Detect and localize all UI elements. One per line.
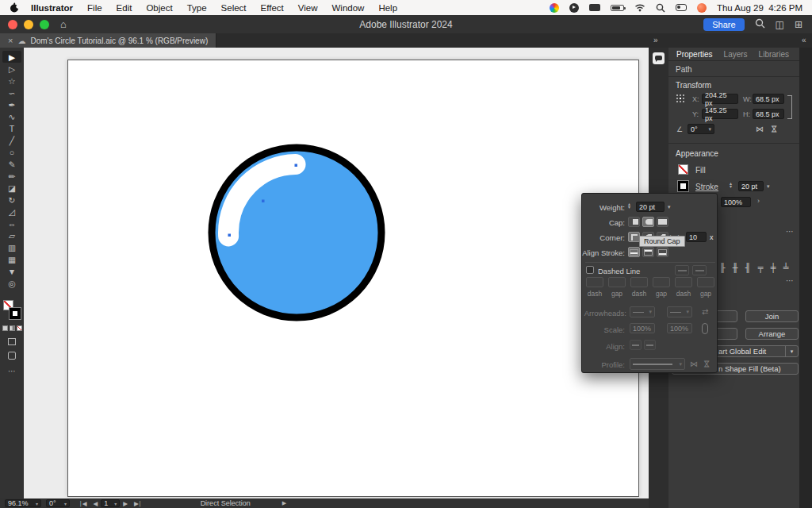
flip-along-icon[interactable]: ⋈ — [690, 360, 698, 368]
gradient-mode-icon[interactable] — [10, 325, 15, 331]
align-left-icon[interactable]: ╟ — [718, 263, 727, 273]
draw-mode-icon[interactable] — [8, 338, 16, 345]
rotation-field[interactable]: 0°▾ — [688, 124, 714, 134]
status-flyout-icon[interactable]: ▶ — [279, 500, 289, 506]
expand-panels-icon[interactable]: « — [802, 36, 806, 44]
align-middle-icon[interactable]: ╪ — [768, 263, 778, 273]
stroke-color-swatch[interactable] — [678, 181, 688, 191]
flip-horizontal-icon[interactable]: ⋈ — [756, 125, 764, 133]
transform-w-field[interactable]: 68.5 px — [753, 94, 784, 104]
menu-help[interactable]: Help — [371, 3, 404, 13]
pencil-tool[interactable]: ✏ — [2, 170, 21, 182]
lasso-tool[interactable]: ∽ — [2, 87, 21, 98]
menubar-clock[interactable]: Thu Aug 29 4:26 PM — [717, 3, 802, 13]
constrain-proportions-icon[interactable] — [787, 95, 792, 119]
apple-menu-icon[interactable] — [10, 2, 19, 13]
workspace-switcher-icon[interactable]: ◫ — [776, 19, 784, 30]
next-artboard-icon[interactable]: ▶ — [120, 500, 131, 507]
arrowhead-align-end-button[interactable] — [644, 340, 656, 350]
control-center-icon[interactable] — [676, 4, 687, 11]
screen-record-icon[interactable] — [569, 3, 579, 13]
join-button[interactable]: Join — [745, 310, 799, 322]
fill-color-swatch[interactable] — [678, 164, 688, 175]
weight-dropdown-icon[interactable]: ▾ — [668, 204, 671, 210]
stroke-weight-dropdown-icon[interactable]: ▾ — [767, 183, 770, 190]
scale-tool[interactable]: ◿ — [2, 206, 21, 217]
stroke-weight-stepper[interactable]: ▴▾ — [730, 182, 732, 188]
menu-edit[interactable]: Edit — [109, 3, 140, 13]
flip-across-icon[interactable]: ⋈ — [703, 360, 711, 368]
anchor-point[interactable] — [262, 200, 265, 203]
comments-panel-icon[interactable] — [653, 52, 665, 64]
dash-field[interactable] — [630, 277, 648, 287]
siri-icon[interactable] — [697, 3, 707, 13]
arrowhead-scale-x-field[interactable]: 100% — [630, 323, 655, 333]
curvature-tool[interactable]: ∿ — [2, 110, 21, 122]
arrowhead-align-tip-button[interactable] — [630, 340, 642, 350]
share-button[interactable]: Share — [703, 18, 744, 31]
align-stroke-center-button[interactable] — [628, 247, 640, 257]
close-tab-icon[interactable]: × — [8, 36, 13, 45]
arrange-documents-icon[interactable]: ⊞ — [795, 19, 802, 30]
weight-stepper[interactable]: ▴▾ — [628, 202, 630, 209]
first-artboard-icon[interactable]: ∣◀ — [76, 500, 90, 507]
butt-cap-button[interactable] — [628, 217, 640, 227]
search-icon[interactable] — [755, 17, 765, 32]
menu-file[interactable]: File — [80, 3, 109, 13]
menu-object[interactable]: Object — [139, 3, 179, 13]
dash-field[interactable] — [675, 277, 692, 287]
minimize-window-button[interactable] — [24, 20, 33, 29]
edit-toolbar-icon[interactable]: ⋯ — [8, 367, 16, 375]
gap-field[interactable] — [653, 277, 670, 287]
ellipse-tool[interactable]: ○ — [2, 146, 21, 158]
rotate-tool[interactable]: ↻ — [2, 194, 21, 206]
color-mode-icon[interactable] — [2, 325, 8, 331]
align-center-icon[interactable]: ╫ — [730, 263, 740, 273]
gap-field[interactable] — [608, 277, 626, 287]
gap-field[interactable] — [697, 277, 714, 287]
tab-properties[interactable]: Properties — [671, 48, 718, 60]
anchor-point[interactable] — [295, 164, 298, 167]
arrowhead-start-select[interactable]: ▾ — [630, 306, 655, 318]
menu-illustrator[interactable]: Illustrator — [24, 3, 80, 13]
anchor-point[interactable] — [228, 234, 232, 237]
appearance-more-icon[interactable]: ⋯ — [786, 227, 795, 236]
last-artboard-icon[interactable]: ▶∣ — [131, 500, 145, 507]
free-transform-tool[interactable]: ▱ — [2, 229, 21, 241]
tab-libraries[interactable]: Libraries — [753, 48, 795, 60]
canvas-area[interactable] — [24, 48, 649, 498]
eraser-tool[interactable]: ◪ — [2, 182, 21, 194]
width-profile-select[interactable]: ▾ — [630, 358, 685, 370]
selection-tool[interactable]: ▶ — [2, 51, 21, 63]
rotation-select[interactable]: 0°▾ — [46, 499, 70, 507]
dashed-line-checkbox[interactable] — [586, 266, 594, 274]
screen-mode-icon[interactable] — [8, 352, 16, 360]
align-stroke-outside-button[interactable] — [657, 247, 668, 257]
gradient-tool[interactable]: ▥ — [2, 241, 21, 253]
flip-vertical-icon[interactable]: ⋈ — [770, 125, 779, 133]
tab-layers[interactable]: Layers — [718, 48, 753, 60]
battery-icon[interactable] — [611, 5, 624, 11]
spotlight-search-icon[interactable] — [656, 3, 665, 13]
eyedropper-tool[interactable]: ▼ — [2, 265, 21, 277]
opacity-field[interactable]: 100% — [721, 197, 751, 207]
dash-field[interactable] — [586, 277, 603, 287]
align-more-icon[interactable]: ⋯ — [786, 276, 795, 285]
stroke-swatch[interactable] — [10, 308, 21, 319]
wifi-icon[interactable] — [634, 3, 645, 12]
align-dashes-button[interactable] — [692, 265, 707, 275]
transform-x-field[interactable]: 204.25 px — [702, 94, 738, 104]
direct-selection-tool[interactable]: ▷ — [2, 63, 21, 75]
menu-window[interactable]: Window — [324, 3, 371, 13]
opacity-submenu-icon[interactable]: › — [757, 197, 760, 205]
keyboard-icon[interactable] — [589, 4, 600, 11]
menu-type[interactable]: Type — [180, 3, 214, 13]
previous-artboard-icon[interactable]: ◀ — [90, 500, 102, 507]
menu-view[interactable]: View — [291, 3, 325, 13]
line-segment-tool[interactable]: ╱ — [2, 134, 21, 146]
width-tool[interactable]: ⇔ — [2, 217, 21, 229]
preserve-dashes-button[interactable] — [675, 265, 689, 275]
align-top-icon[interactable]: ╤ — [756, 263, 765, 273]
align-stroke-inside-button[interactable] — [642, 247, 654, 257]
artboard-number-field[interactable]: 1▾ — [101, 499, 120, 507]
